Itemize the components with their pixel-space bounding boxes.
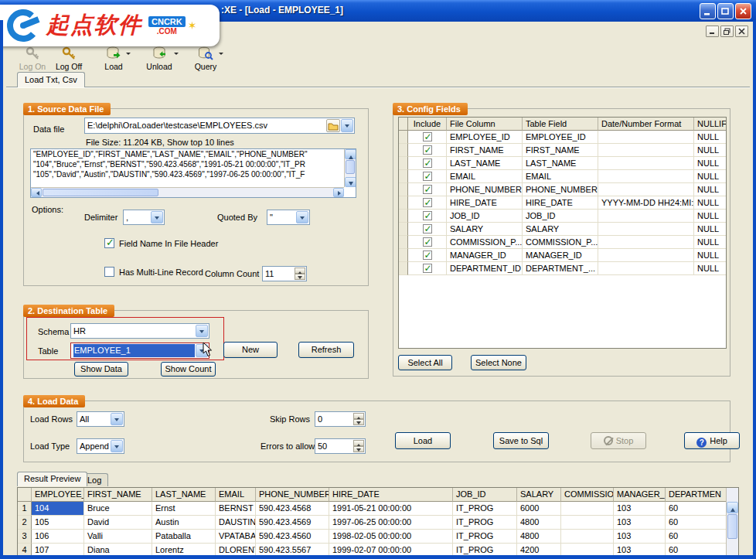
config-grid-row[interactable]: ✓SALARYSALARYNULL: [399, 223, 726, 236]
header-phone-number[interactable]: PHONE_NUMBER: [256, 488, 329, 502]
result-cell[interactable]: IT_PROG: [453, 502, 517, 516]
dropdown-arrow-icon[interactable]: [174, 53, 179, 57]
result-cell[interactable]: 590.423.4568: [256, 502, 329, 516]
new-button[interactable]: New: [223, 342, 278, 358]
header-format[interactable]: Date/Number Format: [598, 118, 694, 131]
header-last-name[interactable]: LAST_NAME: [152, 488, 216, 502]
spin-down-button[interactable]: [353, 446, 364, 452]
preview-horizontal-scrollbar[interactable]: [31, 187, 344, 197]
include-checkbox-cell[interactable]: ✓: [408, 157, 447, 170]
result-cell[interactable]: 590.423.4560: [256, 530, 329, 544]
result-cell[interactable]: Pataballa: [152, 530, 216, 544]
mdi-restore-button[interactable]: [720, 26, 734, 37]
checkbox-checked[interactable]: ✓: [104, 238, 114, 248]
scrollbar-thumb[interactable]: [43, 189, 158, 196]
config-grid-row[interactable]: ✓JOB_IDJOB_IDNULL: [399, 210, 726, 223]
result-cell[interactable]: Austin: [152, 516, 216, 530]
load-rows-combobox[interactable]: All: [77, 411, 124, 427]
result-cell[interactable]: 1998-02-05 00:00:00: [329, 530, 453, 544]
checkbox-checked[interactable]: ✓: [423, 264, 432, 273]
result-cell[interactable]: 105: [32, 516, 84, 530]
checkbox-checked[interactable]: ✓: [423, 198, 432, 207]
tab-load-txt-csv[interactable]: Load Txt, Csv: [17, 72, 85, 87]
result-cell[interactable]: Ernst: [152, 502, 216, 516]
schema-combobox[interactable]: HR: [70, 323, 209, 339]
dropdown-button[interactable]: [151, 211, 163, 223]
column-count-spinner[interactable]: 11: [262, 266, 307, 281]
toolbar-logoff-button[interactable]: Log Off: [51, 45, 87, 73]
spin-down-button[interactable]: [295, 274, 305, 280]
result-cell[interactable]: BERNST: [216, 502, 256, 516]
result-cell[interactable]: IT_PROG: [453, 530, 517, 544]
result-vertical-scrollbar[interactable]: [726, 488, 738, 558]
checkbox-checked[interactable]: ✓: [423, 132, 432, 141]
header-employee-id[interactable]: EMPLOYEE_ID: [32, 488, 84, 502]
include-checkbox-cell[interactable]: ✓: [408, 249, 447, 262]
scrollbar-thumb[interactable]: [727, 514, 737, 539]
result-cell[interactable]: [561, 516, 614, 530]
config-grid-row[interactable]: ✓DEPARTMENT_IDDEPARTMENT_...NULL: [399, 262, 726, 275]
scroll-up-button[interactable]: [727, 502, 738, 513]
save-to-sql-button[interactable]: Save to Sql: [493, 432, 549, 449]
header-salary[interactable]: SALARY: [517, 488, 561, 502]
dropdown-button[interactable]: [111, 413, 123, 425]
field-name-checkbox-row[interactable]: ✓ Field Name In File Header: [104, 238, 218, 248]
data-file-combobox[interactable]: E:\delphi\OraLoader\testcase\EMPLOYEES.c…: [84, 118, 355, 134]
scroll-down-button[interactable]: [345, 177, 356, 187]
scrollbar-thumb[interactable]: [346, 160, 355, 174]
maximize-button[interactable]: [717, 3, 734, 19]
show-data-button[interactable]: Show Data: [74, 362, 128, 377]
dropdown-button[interactable]: [296, 211, 308, 223]
result-cell[interactable]: Bruce: [84, 502, 152, 516]
mdi-minimize-button[interactable]: [706, 26, 719, 37]
preview-vertical-scrollbar[interactable]: [344, 149, 356, 187]
header-commission[interactable]: COMMISSIO: [561, 488, 614, 502]
dropdown-button[interactable]: [341, 119, 353, 132]
checkbox-checked[interactable]: ✓: [423, 251, 432, 260]
delimiter-combobox[interactable]: ,: [123, 210, 165, 225]
include-checkbox-cell[interactable]: ✓: [408, 196, 447, 210]
show-count-button[interactable]: Show Count: [161, 362, 216, 377]
include-checkbox-cell[interactable]: ✓: [408, 144, 447, 157]
header-department-id[interactable]: DEPARTMEN: [666, 488, 727, 502]
minimize-button[interactable]: [700, 3, 716, 19]
result-cell[interactable]: DAUSTIN: [216, 516, 256, 530]
config-grid-row[interactable]: ✓LAST_NAMELAST_NAMENULL: [399, 157, 726, 170]
result-cell[interactable]: 103: [614, 502, 666, 516]
scroll-left-button[interactable]: [31, 188, 42, 197]
result-cell[interactable]: IT_PROG: [453, 516, 517, 530]
header-file-column[interactable]: File Column: [447, 118, 523, 131]
config-grid-row[interactable]: ✓HIRE_DATEHIRE_DATEYYYY-MM-DD HH24:MI:..…: [399, 196, 726, 210]
toolbar-unload-button[interactable]: Unload: [139, 45, 179, 73]
result-cell[interactable]: 4800: [517, 516, 561, 530]
checkbox-checked[interactable]: ✓: [423, 172, 432, 181]
select-none-button[interactable]: Select None: [471, 355, 526, 370]
header-email[interactable]: EMAIL: [216, 488, 256, 502]
result-grid-row[interactable]: 2105DavidAustinDAUSTIN590.423.45691997-0…: [18, 516, 726, 530]
config-grid-row[interactable]: ✓EMAILEMAILNULL: [399, 170, 726, 183]
config-grid-row[interactable]: ✓FIRST_NAMEFIRST_NAMENULL: [399, 144, 726, 157]
select-all-button[interactable]: Select All: [398, 355, 452, 370]
checkbox-checked[interactable]: ✓: [423, 237, 432, 247]
result-cell[interactable]: 106: [32, 530, 84, 544]
mdi-close-button[interactable]: [735, 26, 748, 37]
config-grid-row[interactable]: ✓EMPLOYEE_IDEMPLOYEE_IDNULL: [399, 131, 726, 144]
checkbox-unchecked[interactable]: [104, 267, 114, 277]
header-first-name[interactable]: FIRST_NAME: [84, 488, 152, 502]
include-checkbox-cell[interactable]: ✓: [408, 210, 447, 223]
result-cell[interactable]: [561, 530, 614, 544]
result-cell[interactable]: VPATABAL: [216, 530, 256, 544]
header-include[interactable]: Include: [408, 118, 447, 131]
config-fields-grid[interactable]: Include File Column Table Field Date/Num…: [398, 117, 727, 349]
config-grid-row[interactable]: ✓MANAGER_IDMANAGER_IDNULL: [399, 249, 726, 262]
spin-down-button[interactable]: [353, 419, 364, 425]
result-cell[interactable]: 590.423.4569: [256, 516, 329, 530]
header-nullif[interactable]: NULLIF: [694, 118, 727, 131]
refresh-button[interactable]: Refresh: [298, 342, 354, 358]
result-cell[interactable]: 1991-05-21 00:00:00: [329, 502, 453, 516]
header-hire-date[interactable]: HIRE_DATE: [329, 488, 453, 502]
load-type-combobox[interactable]: Append: [77, 438, 124, 454]
config-grid-row[interactable]: ✓PHONE_NUMBERPHONE_NUMBERNULL: [399, 183, 726, 196]
result-grid-row[interactable]: 1104BruceErnstBERNST590.423.45681991-05-…: [18, 502, 726, 516]
toolbar-load-button[interactable]: Load: [96, 45, 131, 73]
